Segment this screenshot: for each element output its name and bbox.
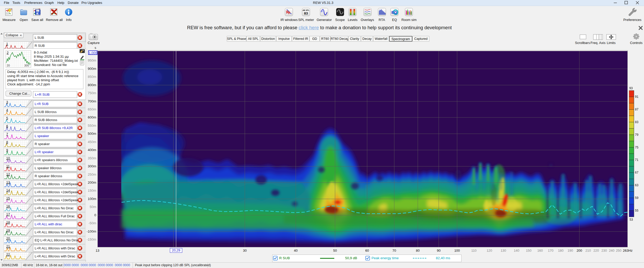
- svg-text:8: 8: [6, 140, 8, 144]
- svg-text:22: 22: [6, 252, 10, 256]
- svg-text:R speaker 88cross: R speaker 88cross: [35, 174, 62, 178]
- svg-text:EQ L+R ALL 88cross No Dira: EQ L+R ALL 88cross No Dira: [35, 238, 78, 242]
- svg-text:using IR start time relative t: using IR start time relative to Acoustic…: [7, 74, 78, 78]
- svg-text:L speaker 88cross: L speaker 88cross: [35, 166, 62, 170]
- svg-text:L+R ALL with dirac: L+R ALL with dirac: [35, 222, 62, 226]
- svg-text:L+R ALL 88cross +2delSpeak: L+R ALL 88cross +2delSpeak: [35, 198, 78, 202]
- svg-text:L+R SUB: L+R SUB: [35, 102, 49, 106]
- svg-text:L+R ALL 88cross +2delSpeak: L+R ALL 88cross +2delSpeak: [35, 190, 78, 194]
- svg-text:2: 2: [7, 51, 9, 55]
- svg-text:5: 5: [6, 116, 8, 120]
- svg-text:300: 300: [24, 64, 29, 67]
- svg-text:L+R ALL 88cross +2delSpeak: L+R ALL 88cross +2delSpeak: [35, 182, 78, 186]
- svg-text:6: 6: [6, 124, 8, 128]
- svg-text:8-3.mdat: 8-3.mdat: [34, 50, 47, 54]
- svg-text:R speaker: R speaker: [35, 142, 50, 146]
- svg-text:Soundcard: No cal file: Soundcard: No cal file: [34, 63, 67, 67]
- svg-text:13: 13: [6, 180, 10, 184]
- svg-text:Clock adjustment: -14,2 ppm: Clock adjustment: -14,2 ppm: [7, 82, 50, 86]
- svg-text:12: 12: [6, 172, 10, 176]
- svg-text:18: 18: [6, 220, 10, 224]
- svg-text:16: 16: [6, 204, 10, 208]
- svg-text:9: 9: [6, 148, 8, 152]
- svg-text:4: 4: [6, 108, 8, 112]
- svg-text:L speaker: L speaker: [35, 134, 49, 138]
- svg-text:L+R ALL 88cross with Dirac: L+R ALL 88cross with Dirac: [35, 246, 75, 250]
- svg-text:8 Μαρ 2025 1:34:31 μμ: 8 Μαρ 2025 1:34:31 μμ: [34, 55, 69, 58]
- svg-text:L+R ALL 88cross No Dirac: L+R ALL 88cross No Dirac: [35, 206, 74, 210]
- svg-text:L+R speaker: L+R speaker: [35, 150, 54, 154]
- svg-text:15: 15: [6, 196, 10, 200]
- svg-text:20: 20: [7, 64, 10, 67]
- svg-text:R SUB 88cross: R SUB 88cross: [35, 118, 57, 122]
- svg-text:L+R SUB 88cross +9,42R: L+R SUB 88cross +9,42R: [35, 126, 73, 130]
- svg-text:L SUB: L SUB: [35, 36, 44, 40]
- svg-text:L+R ALL 88cross with Dirac: L+R ALL 88cross with Dirac: [35, 254, 75, 258]
- svg-text:L+R speakers 88cross: L+R speakers 88cross: [35, 158, 68, 162]
- svg-text:L+R SUB: L+R SUB: [35, 93, 50, 96]
- svg-text:17: 17: [6, 212, 10, 216]
- svg-text:14: 14: [6, 188, 10, 192]
- svg-text:11: 11: [6, 164, 10, 168]
- svg-text:L+R ALL 88cross No Dirac: L+R ALL 88cross No Dirac: [35, 230, 74, 234]
- svg-text:21: 21: [6, 244, 10, 248]
- svg-text:R SUB: R SUB: [35, 44, 45, 48]
- svg-text:7: 7: [6, 132, 8, 136]
- svg-text:L SUB 88cross: L SUB 88cross: [35, 110, 57, 114]
- svg-text:1: 1: [6, 42, 8, 46]
- svg-text:played from L with no timing: played from L with no timing offset: [7, 78, 59, 82]
- svg-text:Change Cal...: Change Cal...: [9, 92, 30, 95]
- svg-text:19: 19: [6, 228, 10, 232]
- svg-text:10: 10: [6, 156, 10, 160]
- svg-text:Delay -6,0053 ms (-2,060 m, -(: Delay -6,0053 ms (-2,060 m, -(6 ft 9,1 i…: [7, 70, 69, 74]
- svg-text:20: 20: [6, 236, 10, 240]
- svg-text:L+R ALL 88cross Full Dirac: L+R ALL 88cross Full Dirac: [35, 214, 75, 218]
- svg-text:3: 3: [6, 100, 8, 104]
- svg-text:Mic/Meter: 7144403_90deg.txt: Mic/Meter: 7144403_90deg.txt: [34, 59, 78, 63]
